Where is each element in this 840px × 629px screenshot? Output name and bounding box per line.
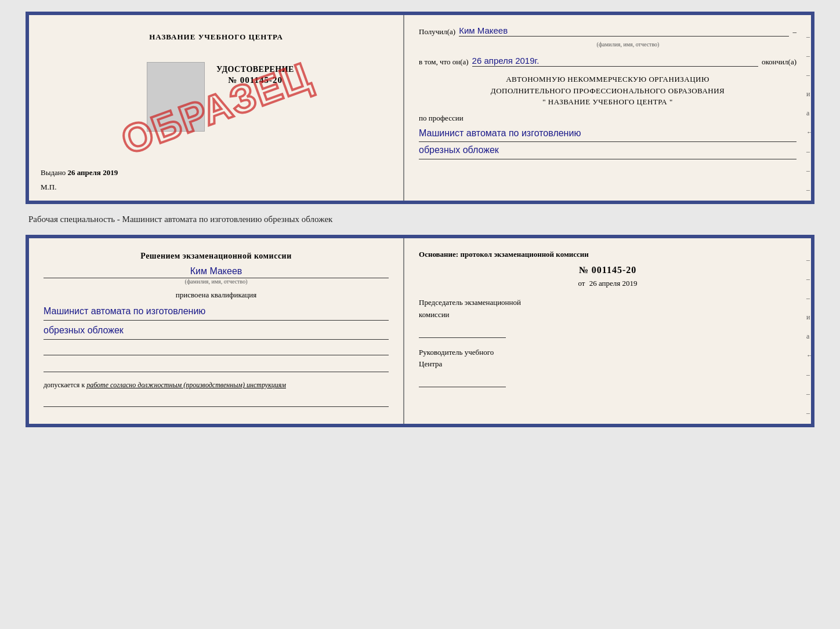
udostoverenie-block: УДОСТОВЕРЕНИЕ № 001145-20 [216,65,294,85]
predsedatel-block: Председатель экзаменационной комиссии [419,297,796,338]
okonchil-label: окончил(а) [762,57,796,67]
org-block: АВТОНОМНУЮ НЕКОММЕРЧЕСКУЮ ОРГАНИЗАЦИЮ ДО… [419,74,796,108]
rukovoditel-signature-line [419,373,506,387]
vtomchto-row: в том, что он(а) 26 апреля 2019г. окончи… [419,56,796,67]
rukovoditel-block: Руководитель учебного Центра [419,347,796,388]
udost-photo-row: УДОСТОВЕРЕНИЕ № 001145-20 [138,53,294,132]
org-line1: АВТОНОМНУЮ НЕКОММЕРЧЕСКУЮ ОРГАНИЗАЦИЮ [419,74,796,85]
person-name-bottom: Ким Макеев [44,266,389,278]
po-professii-label: по профессии [419,114,796,123]
rukovoditel-line2: Центра [419,358,796,370]
bottom-doc-left: Решением экзаменационной комиссии Ким Ма… [29,238,404,424]
fio-sub-top: (фамилия, имя, отчество) [459,41,796,48]
poluchil-label: Получил(а) [419,27,455,37]
qualification-line2: обрезных обложек [44,322,389,340]
profession-line1: Машинист автомата по изготовлению [419,125,796,143]
side-dashes-top: – – – и а ← – – – – [806,32,813,204]
vydano-line: Выдано 26 апреля 2019 [41,168,118,177]
side-dashes-bottom: – – – и а ← – – – – [806,256,813,427]
dopuskaetsya-italic: работе согласно должностным (производств… [86,381,286,389]
top-document: НАЗВАНИЕ УЧЕБНОГО ЦЕНТРА ОБРАЗЕЦ УДОСТОВ… [26,12,814,204]
dopuskaetsya-block: допускается к работе согласно должностны… [44,381,389,390]
resheniem-title: Решением экзаменационной комиссии [44,250,389,263]
vtomchto-date: 26 апреля 2019г. [472,56,758,67]
poluchil-row: Получил(а) Ким Макеев – [419,26,796,37]
profession-section: по профессии Машинист автомата по изгото… [419,114,796,160]
school-name-top: НАЗВАНИЕ УЧЕБНОГО ЦЕНТРА [149,32,283,42]
bottom-doc-right: Основание: протокол экзаменационной коми… [404,238,811,424]
protocol-number: № 001145-20 [419,265,796,275]
fio-sub-bottom: (фамилия, имя, отчество) [44,278,389,285]
predsedatel-line2: комиссии [419,309,796,321]
blank-line-3 [44,393,389,407]
specialty-label: Рабочая специальность - Машинист автомат… [26,210,814,229]
mp-label: М.П. [41,183,56,192]
bottom-document: Решением экзаменационной комиссии Ким Ма… [26,235,814,427]
vydano-date: 26 апреля 2019 [68,168,118,177]
ot-label: от [578,279,585,288]
top-doc-right: Получил(а) Ким Макеев – (фамилия, имя, о… [404,15,811,201]
rukovoditel-line1: Руководитель учебного [419,347,796,359]
ot-date: от 26 апреля 2019 [419,279,796,288]
udostoverenie-number: № 001145-20 [228,75,283,85]
top-doc-left: НАЗВАНИЕ УЧЕБНОГО ЦЕНТРА ОБРАЗЕЦ УДОСТОВ… [29,15,404,201]
qualification-line1: Машинист автомата по изготовлению [44,303,389,321]
dopuskaetsya-prefix: допускается к [44,381,85,389]
blank-line-1 [44,341,389,355]
osnovanie-title: Основание: протокол экзаменационной коми… [419,250,796,259]
profession-line2: обрезных обложек [419,142,796,159]
vydano-label: Выдано [41,168,66,177]
dash1: – [792,27,796,37]
predsedatel-signature-line [419,324,506,338]
vtomchto-label: в том, что он(а) [419,57,469,67]
predsedatel-line1: Председатель экзаменационной [419,297,796,309]
blank-line-2 [44,358,389,372]
photo-placeholder [147,62,205,132]
org-line3: " НАЗВАНИЕ УЧЕБНОГО ЦЕНТРА " [419,96,796,108]
person-name-top: Ким Макеев [459,26,789,37]
ot-date-value: 26 апреля 2019 [589,279,638,288]
prisvoena-label: присвоена квалификация [44,290,389,300]
org-line2: ДОПОЛНИТЕЛЬНОГО ПРОФЕССИОНАЛЬНОГО ОБРАЗО… [419,85,796,97]
udostoverenie-title: УДОСТОВЕРЕНИЕ [216,65,294,74]
